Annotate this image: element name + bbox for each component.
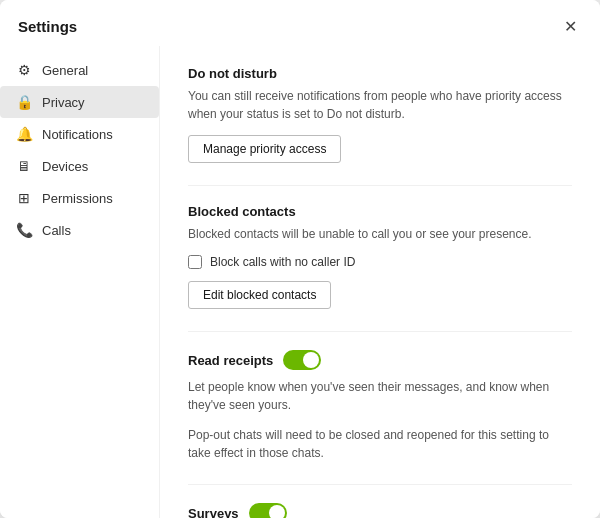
do-not-disturb-section: Do not disturb You can still receive not…: [188, 66, 572, 163]
manage-priority-access-button[interactable]: Manage priority access: [188, 135, 341, 163]
sidebar-label-notifications: Notifications: [42, 127, 113, 142]
devices-icon: 🖥: [16, 158, 32, 174]
surveys-slider: [249, 503, 287, 518]
block-calls-label: Block calls with no caller ID: [210, 255, 355, 269]
read-receipts-desc2: Pop-out chats will need to be closed and…: [188, 426, 572, 462]
surveys-section: Surveys Participate in surveys from Micr…: [188, 503, 572, 518]
calls-icon: 📞: [16, 222, 32, 238]
divider-3: [188, 484, 572, 485]
blocked-contacts-desc: Blocked contacts will be unable to call …: [188, 225, 572, 243]
sidebar-item-notifications[interactable]: 🔔Notifications: [0, 118, 159, 150]
do-not-disturb-title: Do not disturb: [188, 66, 572, 81]
sidebar-label-devices: Devices: [42, 159, 88, 174]
sidebar-item-general[interactable]: ⚙General: [0, 54, 159, 86]
title-bar: Settings ✕: [0, 0, 600, 46]
main-layout: ⚙General🔒Privacy🔔Notifications🖥Devices⊞P…: [0, 46, 600, 518]
block-calls-checkbox[interactable]: [188, 255, 202, 269]
sidebar-item-devices[interactable]: 🖥Devices: [0, 150, 159, 182]
read-receipts-title: Read receipts: [188, 353, 273, 368]
notifications-icon: 🔔: [16, 126, 32, 142]
surveys-toggle[interactable]: [249, 503, 287, 518]
divider-2: [188, 331, 572, 332]
read-receipts-toggle[interactable]: [283, 350, 321, 370]
sidebar-label-permissions: Permissions: [42, 191, 113, 206]
sidebar-item-privacy[interactable]: 🔒Privacy: [0, 86, 159, 118]
read-receipts-desc: Let people know when you've seen their m…: [188, 378, 572, 414]
divider-1: [188, 185, 572, 186]
sidebar-label-general: General: [42, 63, 88, 78]
sidebar-label-calls: Calls: [42, 223, 71, 238]
permissions-icon: ⊞: [16, 190, 32, 206]
settings-window: Settings ✕ ⚙General🔒Privacy🔔Notification…: [0, 0, 600, 518]
read-receipts-section: Read receipts Let people know when you'v…: [188, 350, 572, 462]
blocked-contacts-title: Blocked contacts: [188, 204, 572, 219]
surveys-toggle-row: Surveys: [188, 503, 572, 518]
content-panel: Do not disturb You can still receive not…: [160, 46, 600, 518]
read-receipts-toggle-row: Read receipts: [188, 350, 572, 370]
sidebar-item-calls[interactable]: 📞Calls: [0, 214, 159, 246]
close-button[interactable]: ✕: [558, 14, 582, 38]
blocked-contacts-section: Blocked contacts Blocked contacts will b…: [188, 204, 572, 309]
read-receipts-slider: [283, 350, 321, 370]
block-calls-row: Block calls with no caller ID: [188, 255, 572, 269]
sidebar: ⚙General🔒Privacy🔔Notifications🖥Devices⊞P…: [0, 46, 160, 518]
sidebar-item-permissions[interactable]: ⊞Permissions: [0, 182, 159, 214]
window-title: Settings: [18, 18, 77, 35]
do-not-disturb-desc: You can still receive notifications from…: [188, 87, 572, 123]
privacy-icon: 🔒: [16, 94, 32, 110]
sidebar-label-privacy: Privacy: [42, 95, 85, 110]
general-icon: ⚙: [16, 62, 32, 78]
edit-blocked-contacts-button[interactable]: Edit blocked contacts: [188, 281, 331, 309]
surveys-title: Surveys: [188, 506, 239, 519]
